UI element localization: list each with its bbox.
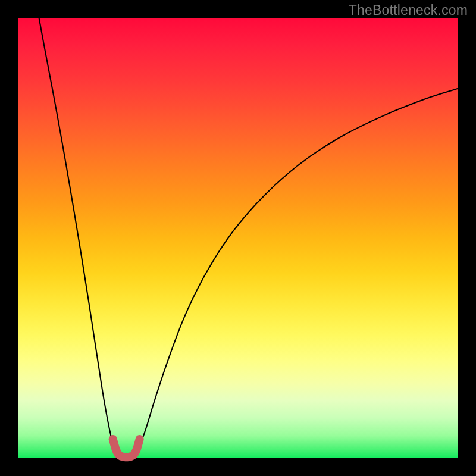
chart-svg	[18, 18, 458, 458]
curve-left-branch	[39, 18, 119, 455]
plot-area	[18, 18, 458, 458]
valley-highlight-icon	[113, 439, 140, 457]
curve-right-branch	[134, 89, 458, 455]
watermark-label: TheBottleneck.com	[349, 2, 468, 18]
curve-group	[39, 18, 458, 457]
chart-frame: TheBottleneck.com	[0, 0, 476, 476]
